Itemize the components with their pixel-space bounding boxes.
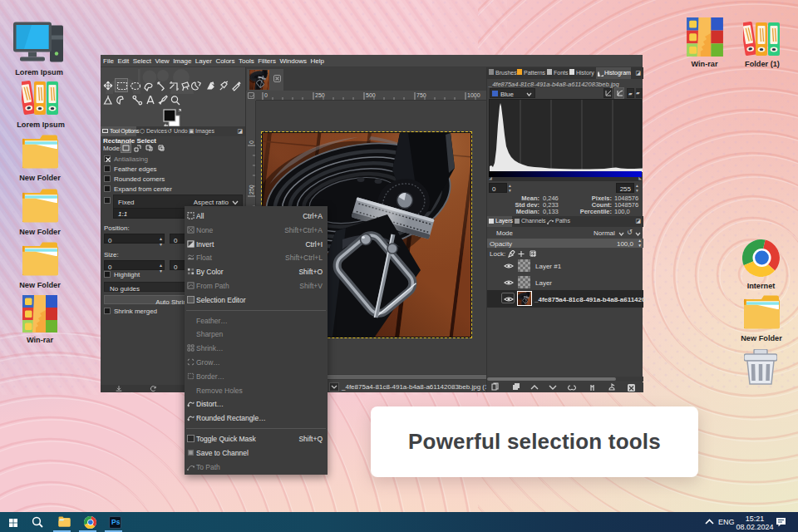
- svg-text:1000: 1000: [467, 92, 480, 98]
- svg-text:750: 750: [416, 92, 426, 98]
- svg-text:0: 0: [249, 140, 254, 144]
- svg-text:0: 0: [264, 92, 268, 98]
- svg-text:500: 500: [366, 92, 376, 98]
- svg-text:250: 250: [315, 92, 325, 98]
- svg-text:250: 250: [249, 185, 254, 195]
